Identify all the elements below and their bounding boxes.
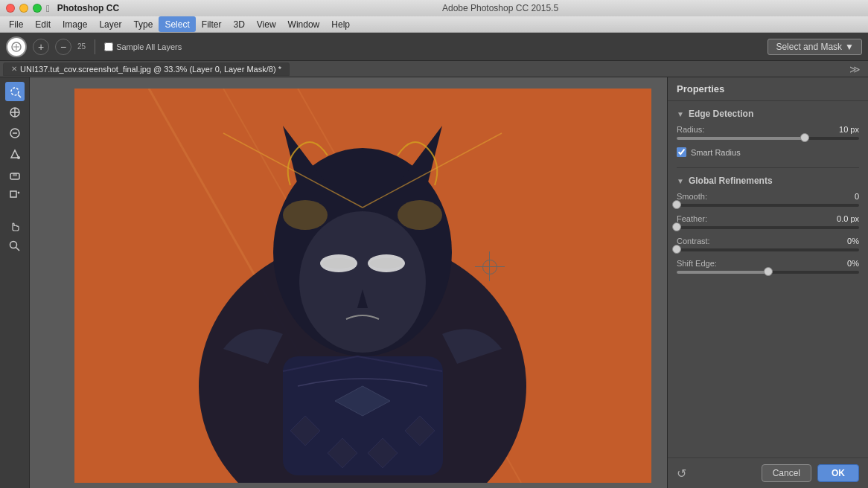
- svg-line-15: [16, 248, 19, 251]
- svg-rect-42: [74, 89, 651, 163]
- panel-expand-icon[interactable]: ≫: [845, 63, 865, 75]
- document-tab[interactable]: ✕ UNI137.tut_cov.screenshot_final.jpg @ …: [3, 62, 290, 76]
- radius-slider-thumb[interactable]: [800, 133, 809, 142]
- radius-slider-container: [677, 137, 859, 140]
- smooth-slider-thumb[interactable]: [672, 200, 681, 209]
- ok-button[interactable]: OK: [817, 464, 859, 482]
- app-name: Photoshop CC: [57, 3, 119, 13]
- paint-bucket-icon: [8, 147, 22, 161]
- feather-label: Feather:: [677, 214, 707, 223]
- menu-help[interactable]: Help: [325, 16, 356, 32]
- svg-point-36: [283, 200, 328, 230]
- smooth-slider-track: [677, 204, 859, 207]
- menu-filter[interactable]: Filter: [196, 16, 228, 32]
- zoom-tool[interactable]: [5, 237, 25, 256]
- section-divider: [677, 167, 859, 168]
- separator: [95, 39, 95, 54]
- reset-icon[interactable]: ↺: [677, 466, 686, 481]
- menu-file[interactable]: File: [3, 16, 29, 32]
- sample-all-checkbox[interactable]: [104, 42, 113, 51]
- menu-edit[interactable]: Edit: [29, 16, 57, 32]
- smooth-row: Smooth: 0: [677, 192, 859, 201]
- svg-point-3: [11, 88, 19, 95]
- contrast-slider-track: [677, 248, 859, 251]
- radius-slider-fill: [677, 137, 805, 140]
- contrast-slider-thumb[interactable]: [672, 245, 681, 254]
- menu-view[interactable]: View: [251, 16, 282, 32]
- svg-point-28: [370, 258, 403, 269]
- svg-point-14: [10, 242, 16, 248]
- svg-point-24: [299, 211, 426, 353]
- cancel-button[interactable]: Cancel: [762, 464, 811, 482]
- titlebar:  Photoshop CC Adobe Photoshop CC 2015.5: [0, 0, 868, 16]
- eraser-icon: [8, 168, 22, 182]
- smooth-value: 0: [855, 192, 859, 201]
- quick-selection-tool[interactable]: [5, 82, 25, 101]
- select-mask-button[interactable]: Select and Mask ▼: [768, 39, 862, 55]
- tab-close-icon[interactable]: ✕: [11, 65, 17, 73]
- svg-point-27: [322, 258, 355, 269]
- close-button[interactable]: [6, 4, 15, 13]
- refine-edge-icon: [8, 106, 22, 119]
- feather-slider-container: [677, 226, 859, 229]
- right-panel: Properties ▼ Edge Detection Radius: 10 p…: [667, 77, 868, 488]
- menu-layer[interactable]: Layer: [93, 16, 127, 32]
- main-layout: Properties ▼ Edge Detection Radius: 10 p…: [0, 77, 868, 488]
- panel-title: Properties: [668, 77, 868, 101]
- zoom-select-icon: [8, 189, 22, 202]
- brush-svg: [10, 41, 22, 53]
- minimize-button[interactable]: [19, 4, 28, 13]
- paint-bucket-tool[interactable]: [5, 144, 25, 164]
- contrast-label: Contrast:: [677, 237, 710, 245]
- dropdown-arrow-icon: ▼: [845, 42, 854, 52]
- canvas-area[interactable]: [30, 77, 667, 488]
- refine-edge-tool[interactable]: [5, 103, 25, 122]
- feather-value: 0.0 px: [837, 214, 859, 223]
- edge-detection-header[interactable]: ▼ Edge Detection: [677, 109, 859, 119]
- global-refinements-chevron: ▼: [677, 177, 684, 185]
- menu-type[interactable]: Type: [127, 16, 159, 32]
- smart-radius-checkbox[interactable]: [677, 147, 686, 157]
- brush-size: 25: [77, 42, 86, 51]
- svg-point-37: [398, 200, 442, 230]
- global-refinements-title: Global Refinements: [689, 176, 773, 186]
- feather-slider-track: [677, 226, 859, 229]
- zoom-icon: [8, 240, 22, 253]
- shift-edge-slider-container: [677, 271, 859, 274]
- tab-filename: UNI137.tut_cov.screenshot_final.jpg @ 33…: [20, 65, 281, 74]
- radius-row: Radius: 10 px: [677, 125, 859, 134]
- shift-edge-value: 0%: [847, 259, 859, 268]
- sample-all-label: Sample All Layers: [104, 42, 182, 51]
- maximize-button[interactable]: [33, 4, 42, 13]
- zoom-mode-tool[interactable]: [5, 186, 25, 205]
- menu-select[interactable]: Select: [159, 16, 195, 32]
- edge-detection-title: Edge Detection: [689, 109, 753, 119]
- contrast-slider-container: [677, 248, 859, 251]
- add-size-button[interactable]: +: [33, 39, 49, 55]
- brush-icon: [6, 36, 27, 57]
- window-title: Adobe Photoshop CC 2015.5: [138, 3, 862, 13]
- sub-size-button[interactable]: −: [55, 39, 71, 55]
- left-toolbar: [0, 77, 30, 488]
- shift-edge-label: Shift Edge:: [677, 259, 717, 268]
- global-refinements-header[interactable]: ▼ Global Refinements: [677, 176, 859, 186]
- panel-footer: ↺ Cancel OK: [668, 458, 868, 488]
- apple-icon: : [46, 3, 50, 14]
- menu-image[interactable]: Image: [57, 16, 93, 32]
- edge-detection-chevron: ▼: [677, 110, 684, 118]
- menubar: File Edit Image Layer Type Select Filter…: [0, 16, 868, 33]
- smart-radius-label: Smart Radius: [691, 148, 741, 157]
- quick-selection-icon: [8, 85, 22, 98]
- svg-rect-13: [10, 191, 16, 197]
- feather-slider-thumb[interactable]: [672, 222, 681, 231]
- shift-edge-slider-fill: [677, 271, 768, 274]
- shift-edge-slider-thumb[interactable]: [764, 267, 773, 276]
- add-to-selection-tool[interactable]: [5, 123, 25, 143]
- hand-tool[interactable]: [5, 216, 25, 235]
- menu-3d[interactable]: 3D: [227, 16, 250, 32]
- eraser-tool[interactable]: [5, 165, 25, 184]
- menu-window[interactable]: Window: [282, 16, 326, 32]
- hand-icon: [8, 219, 22, 232]
- contrast-row: Contrast: 0%: [677, 237, 859, 245]
- panel-content: ▼ Edge Detection Radius: 10 px Smart Rad…: [668, 101, 868, 458]
